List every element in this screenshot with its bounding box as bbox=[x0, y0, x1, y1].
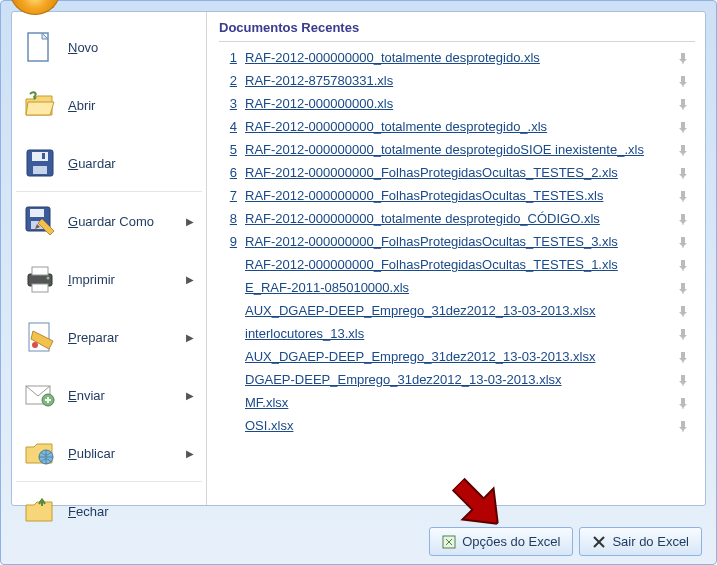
svg-rect-12 bbox=[32, 267, 48, 275]
new-doc-menu-item[interactable]: Novo bbox=[16, 18, 202, 76]
recent-document-item[interactable]: 1RAF-2012-000000000_totalmente desproteg… bbox=[219, 46, 695, 69]
pin-icon[interactable] bbox=[677, 98, 693, 110]
svg-rect-36 bbox=[681, 168, 685, 174]
chevron-right-icon: ▶ bbox=[186, 274, 194, 285]
exit-excel-button[interactable]: Sair do Excel bbox=[579, 527, 702, 556]
send-icon bbox=[24, 379, 56, 411]
menu-label: Fechar bbox=[68, 504, 194, 519]
recent-filename: RAF-2012-000000000_FolhasProtegidasOcult… bbox=[245, 257, 671, 272]
recent-filename: RAF-2012-000000000.xls bbox=[245, 96, 671, 111]
svg-rect-21 bbox=[681, 53, 685, 59]
recent-documents-title: Documentos Recentes bbox=[219, 20, 695, 42]
svg-rect-30 bbox=[681, 122, 685, 128]
recent-filename: E_RAF-2011-085010000.xls bbox=[245, 280, 671, 295]
recent-index: 2 bbox=[221, 73, 237, 88]
pin-icon[interactable] bbox=[677, 259, 693, 271]
menu-body: NovoAbrirGuardarGuardar Como▶Imprimir▶Pr… bbox=[11, 11, 706, 506]
open-folder-menu-item[interactable]: Abrir bbox=[16, 76, 202, 134]
recent-document-item[interactable]: 2RAF-2012-875780331.xls bbox=[219, 69, 695, 92]
pin-icon[interactable] bbox=[677, 328, 693, 340]
recent-document-item[interactable]: 7RAF-2012-000000000_FolhasProtegidasOcul… bbox=[219, 184, 695, 207]
pin-icon[interactable] bbox=[677, 213, 693, 225]
recent-index: 5 bbox=[221, 142, 237, 157]
pin-icon[interactable] bbox=[677, 397, 693, 409]
save-as-icon bbox=[24, 205, 56, 237]
exit-excel-label: Sair do Excel bbox=[612, 534, 689, 549]
recent-index: 7 bbox=[221, 188, 237, 203]
svg-rect-57 bbox=[681, 329, 685, 335]
close-folder-menu-item[interactable]: Fechar bbox=[16, 482, 202, 540]
close-folder-icon bbox=[24, 495, 56, 527]
close-icon bbox=[592, 535, 606, 549]
recent-document-item[interactable]: 9RAF-2012-000000000_FolhasProtegidasOcul… bbox=[219, 230, 695, 253]
recent-filename: RAF-2012-000000000_totalmente desprotegi… bbox=[245, 50, 671, 65]
recent-document-item[interactable]: interlocutores_13.xls bbox=[219, 322, 695, 345]
recent-document-item[interactable]: E_RAF-2011-085010000.xls bbox=[219, 276, 695, 299]
pin-icon[interactable] bbox=[677, 282, 693, 294]
recent-document-item[interactable]: 5RAF-2012-000000000_totalmente desproteg… bbox=[219, 138, 695, 161]
recent-index: 8 bbox=[221, 211, 237, 226]
pin-icon[interactable] bbox=[677, 52, 693, 64]
send-menu-item[interactable]: Enviar▶ bbox=[16, 366, 202, 424]
pin-icon[interactable] bbox=[677, 121, 693, 133]
svg-rect-69 bbox=[681, 421, 685, 427]
recent-document-item[interactable]: 3RAF-2012-000000000.xls bbox=[219, 92, 695, 115]
pin-icon[interactable] bbox=[677, 167, 693, 179]
recent-document-item[interactable]: AUX_DGAEP-DEEP_Emprego_31dez2012_13-03-2… bbox=[219, 299, 695, 322]
recent-document-item[interactable]: 6RAF-2012-000000000_FolhasProtegidasOcul… bbox=[219, 161, 695, 184]
svg-rect-33 bbox=[681, 145, 685, 151]
svg-rect-51 bbox=[681, 283, 685, 289]
menu-label: Publicar bbox=[68, 446, 182, 461]
print-icon bbox=[24, 263, 56, 295]
save-menu-item[interactable]: Guardar bbox=[16, 134, 202, 192]
excel-options-label: Opções do Excel bbox=[462, 534, 560, 549]
pin-icon[interactable] bbox=[677, 305, 693, 317]
recent-document-item[interactable]: 8RAF-2012-000000000_totalmente desproteg… bbox=[219, 207, 695, 230]
recent-document-item[interactable]: AUX_DGAEP-DEEP_Emprego_31dez2012_13-03-2… bbox=[219, 345, 695, 368]
recent-filename: RAF-2012-000000000_totalmente desprotegi… bbox=[245, 119, 671, 134]
recent-index: 1 bbox=[221, 50, 237, 65]
recent-index: 6 bbox=[221, 165, 237, 180]
save-as-menu-item[interactable]: Guardar Como▶ bbox=[16, 192, 202, 250]
svg-rect-27 bbox=[681, 99, 685, 105]
svg-marker-20 bbox=[39, 498, 45, 502]
recent-document-item[interactable]: 4RAF-2012-000000000_totalmente desproteg… bbox=[219, 115, 695, 138]
pin-icon[interactable] bbox=[677, 190, 693, 202]
recent-document-item[interactable]: RAF-2012-000000000_FolhasProtegidasOcult… bbox=[219, 253, 695, 276]
svg-rect-54 bbox=[681, 306, 685, 312]
recent-document-item[interactable]: DGAEP-DEEP_Emprego_31dez2012_13-03-2013.… bbox=[219, 368, 695, 391]
svg-rect-4 bbox=[32, 152, 48, 161]
publish-icon bbox=[24, 437, 56, 469]
pin-icon[interactable] bbox=[677, 374, 693, 386]
publish-menu-item[interactable]: Publicar▶ bbox=[16, 424, 202, 482]
pin-icon[interactable] bbox=[677, 75, 693, 87]
recent-filename: RAF-2012-000000000_totalmente desprotegi… bbox=[245, 211, 671, 226]
pin-icon[interactable] bbox=[677, 420, 693, 432]
options-icon bbox=[442, 535, 456, 549]
svg-rect-13 bbox=[32, 284, 48, 292]
recent-filename: RAF-2012-000000000_totalmente desprotegi… bbox=[245, 142, 671, 157]
excel-options-button[interactable]: Opções do Excel bbox=[429, 527, 573, 556]
svg-rect-5 bbox=[33, 166, 47, 174]
office-menu: NovoAbrirGuardarGuardar Como▶Imprimir▶Pr… bbox=[0, 0, 717, 565]
recent-document-item[interactable]: MF.xlsx bbox=[219, 391, 695, 414]
svg-rect-8 bbox=[30, 209, 44, 217]
print-menu-item[interactable]: Imprimir▶ bbox=[16, 250, 202, 308]
pin-icon[interactable] bbox=[677, 236, 693, 248]
svg-rect-66 bbox=[681, 398, 685, 404]
pin-icon[interactable] bbox=[677, 351, 693, 363]
prepare-menu-item[interactable]: Preparar▶ bbox=[16, 308, 202, 366]
menu-label: Imprimir bbox=[68, 272, 182, 287]
svg-rect-39 bbox=[681, 191, 685, 197]
recent-document-item[interactable]: OSI.xlsx bbox=[219, 414, 695, 437]
svg-rect-6 bbox=[42, 153, 45, 159]
chevron-right-icon: ▶ bbox=[186, 216, 194, 227]
recent-filename: MF.xlsx bbox=[245, 395, 671, 410]
recent-index: 9 bbox=[221, 234, 237, 249]
recent-filename: interlocutores_13.xls bbox=[245, 326, 671, 341]
pin-icon[interactable] bbox=[677, 144, 693, 156]
recent-filename: DGAEP-DEEP_Emprego_31dez2012_13-03-2013.… bbox=[245, 372, 671, 387]
menu-label: Guardar bbox=[68, 156, 194, 171]
svg-rect-63 bbox=[681, 375, 685, 381]
recent-documents-pane: Documentos Recentes 1RAF-2012-000000000_… bbox=[207, 12, 705, 505]
